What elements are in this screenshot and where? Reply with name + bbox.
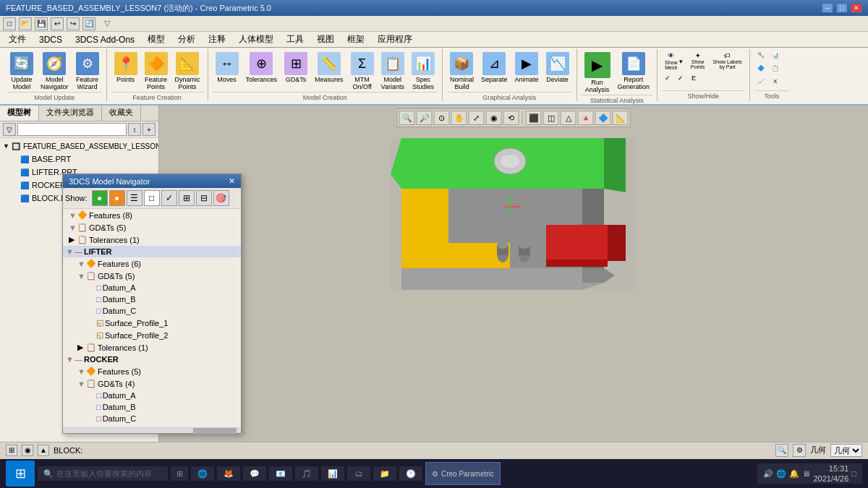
search-btn[interactable]: 🔍 在这里输入你要搜索的内容 [38, 466, 168, 481]
tab-model-tree[interactable]: 模型树 [0, 106, 39, 121]
taskbar-app-7[interactable]: 🗂 [347, 466, 370, 481]
menu-3dcs-addons[interactable]: 3DCS Add-Ons [69, 33, 140, 46]
tab-folder-browser[interactable]: 文件夹浏览器 [39, 106, 102, 121]
nav-item-lifter-profile-1[interactable]: ◱ Surface_Profile_1 [63, 317, 241, 329]
task-view-btn[interactable]: ⊞ [171, 466, 188, 481]
dynamic-points-btn[interactable]: 📐 DynamicPoints [172, 51, 203, 92]
tool-btn-2[interactable]: 📊 [769, 51, 782, 62]
qa-open[interactable]: 📂 [19, 17, 32, 30]
qa-undo[interactable]: ↩ [51, 17, 64, 30]
taskbar-creo-app[interactable]: ⚙ Creo Parametric [425, 462, 501, 485]
tray-icon-3[interactable]: 🔔 [789, 469, 799, 479]
vp-ortho[interactable]: 🔷 [595, 111, 611, 125]
nav-item-rocker-features[interactable]: ▼ 🔶 Features (5) [63, 365, 241, 377]
nav-show-green[interactable]: ● [92, 190, 108, 206]
vp-shaded[interactable]: ◫ [543, 111, 559, 125]
vp-fit[interactable]: ⊙ [434, 111, 450, 125]
menu-frame[interactable]: 框架 [341, 32, 370, 47]
nav-item-rocker-gdts[interactable]: ▼ 📋 GD&Ts (4) [63, 377, 241, 390]
nav-scrollbar-thumb[interactable] [193, 428, 237, 434]
nav-show-table[interactable]: ⊟ [196, 190, 212, 206]
geometry-select[interactable]: 几何 [830, 444, 862, 457]
taskbar-app-4[interactable]: 📧 [269, 466, 292, 481]
nominal-build-btn[interactable]: 📦 NominalBuild [447, 51, 477, 92]
tree-root[interactable]: ▼ 🔲 FEATURE_BASED_ASSEMBLY_LESSON7.ASM [0, 140, 158, 153]
window-controls[interactable]: ─ □ ✕ [822, 3, 862, 13]
nav-item-lifter-datum-b[interactable]: □ Datum_B [63, 294, 241, 305]
nav-item-rocker-datum-a[interactable]: □ Datum_A [63, 390, 241, 401]
menu-tools[interactable]: 工具 [281, 32, 310, 47]
tree-filter-toggle[interactable]: ▽ [3, 123, 16, 136]
tolerances-btn[interactable]: ⊕ Tolerances [243, 51, 281, 85]
tool-btn-1[interactable]: 🔧 [754, 51, 767, 62]
tree-sort-btn[interactable]: ↕ [128, 123, 141, 136]
qa-redo[interactable]: ↪ [67, 17, 80, 30]
nav-show-list[interactable]: ☰ [127, 190, 142, 206]
measures-btn[interactable]: 📏 Measures [312, 51, 346, 85]
separate-btn[interactable]: ⊿ Separate [478, 51, 511, 85]
bottom-icon-3[interactable]: ▲ [38, 445, 49, 456]
nav-show-grid[interactable]: ⊞ [179, 190, 195, 206]
tool-btn-5[interactable]: 📈 [754, 77, 767, 88]
nav-show-target[interactable]: 🎯 [213, 190, 229, 206]
nav-show-check[interactable]: ✓ [161, 190, 177, 206]
viewport[interactable]: 🔍 🔎 ⊙ ✋ ⤢ ◉ ⟲ ⬛ ◫ △ 🔺 🔷 📐 [159, 106, 868, 442]
nav-show-white[interactable]: □ [144, 190, 160, 206]
tool-btn-6[interactable]: X [769, 77, 782, 88]
taskbar-app-5[interactable]: 🎵 [295, 466, 318, 481]
nav-item-lifter-tol[interactable]: ▶ 📋 Tolerances (1) [63, 341, 241, 354]
model-variants-btn[interactable]: 📋 ModelVariants [378, 51, 407, 92]
nav-popup-title-bar[interactable]: 3DCS Model Navigator ✕ [63, 174, 241, 188]
taskbar-app-6[interactable]: 📊 [321, 466, 344, 481]
tree-item-base[interactable]: 🟦 BASE.PRT [0, 153, 158, 166]
menu-analysis[interactable]: 分析 [172, 32, 201, 47]
nav-item-lifter-datum-a[interactable]: □ Datum_A [63, 282, 241, 294]
tree-search-input[interactable] [17, 123, 127, 136]
menu-file[interactable]: 文件 [3, 32, 32, 47]
vp-spin[interactable]: ◉ [486, 111, 502, 125]
mtm-btn[interactable]: Σ MTMOn/Off [348, 51, 377, 92]
nav-show-orange[interactable]: ● [109, 190, 125, 206]
nav-item-base-gdts[interactable]: ▼ 📋 GD&Ts (5) [63, 221, 241, 234]
animate-btn[interactable]: ▶ Animate [512, 51, 542, 85]
small-btn-1[interactable]: ✓ [662, 73, 673, 83]
nav-scrollbar[interactable] [63, 427, 241, 433]
run-analysis-btn[interactable]: ▶ RunAnalysis [582, 51, 613, 95]
menu-view[interactable]: 视图 [311, 32, 340, 47]
menu-model[interactable]: 模型 [142, 32, 171, 47]
taskbar-app-1[interactable]: 🌐 [191, 466, 214, 481]
nav-item-rocker-datum-c[interactable]: □ Datum_C [63, 413, 241, 424]
status-right-1[interactable]: 🔍 [775, 444, 788, 457]
show-points-btn[interactable]: ✦ ShowPoints [687, 51, 709, 71]
small-btn-3[interactable]: E [688, 73, 699, 83]
feature-wizard-btn[interactable]: ⚙ FeatureWizard [73, 51, 102, 92]
report-gen-btn[interactable]: 📄 ReportGeneration [615, 51, 653, 92]
show-labels-btn[interactable]: 🏷 Show Labelsby Part [710, 51, 745, 71]
vp-hidden[interactable]: △ [561, 111, 576, 125]
menu-3dcs[interactable]: 3DCS [33, 33, 68, 46]
start-button[interactable]: ⊞ [6, 461, 35, 487]
vp-reset[interactable]: ⟲ [503, 111, 519, 125]
nav-item-base-features[interactable]: ▼ 🔶 Features (8) [63, 209, 241, 221]
bottom-icon-1[interactable]: ⊞ [6, 445, 17, 456]
nav-item-lifter[interactable]: ▼ — LIFTER [63, 246, 241, 257]
tree-add-btn[interactable]: + [142, 123, 156, 136]
qa-save[interactable]: 💾 [35, 17, 48, 30]
clock[interactable]: 15:31 2021/4/26 [813, 463, 848, 484]
tray-icon-1[interactable]: 🔊 [763, 469, 773, 479]
maximize-btn[interactable]: □ [836, 3, 848, 13]
taskbar-app-9[interactable]: 🕐 [399, 466, 422, 481]
close-btn[interactable]: ✕ [851, 3, 862, 13]
taskbar-app-3[interactable]: 💬 [243, 466, 266, 481]
action-center-icon[interactable]: □ [851, 469, 856, 478]
bottom-icon-2[interactable]: ◉ [22, 445, 33, 456]
status-right-2[interactable]: ⚙ [793, 444, 806, 457]
minimize-btn[interactable]: ─ [822, 3, 833, 13]
feature-points-btn[interactable]: 🔶 FeaturePoints [142, 51, 171, 92]
vp-zoom-in[interactable]: 🔍 [399, 111, 415, 125]
small-btn-2[interactable]: ✓ [675, 73, 686, 83]
menu-apps[interactable]: 应用程序 [372, 32, 418, 47]
vp-pan[interactable]: ✋ [451, 111, 467, 125]
update-model-btn[interactable]: 🔄 UpdateModel [7, 51, 36, 92]
tray-icon-2[interactable]: 🌐 [776, 469, 786, 479]
